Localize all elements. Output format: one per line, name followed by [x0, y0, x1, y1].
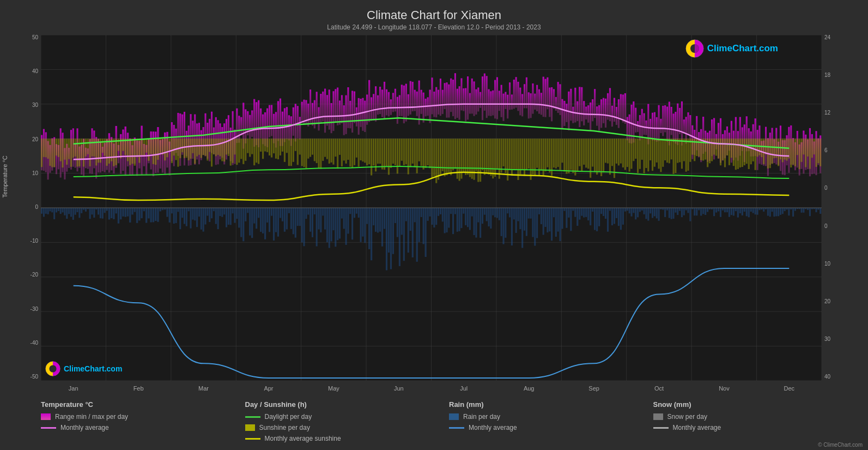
legend-title-rain: Rain (mm): [449, 400, 653, 409]
y-tick-right-0top: 0: [822, 185, 857, 191]
legend-line-snow-avg: [653, 427, 669, 429]
legend-line-rain-avg: [449, 427, 464, 429]
x-tick-oct: Oct: [627, 385, 691, 392]
y-tick-30: 30: [11, 103, 41, 108]
y-tick-20: 20: [11, 137, 41, 142]
legend-title-snow: Snow (mm): [653, 400, 858, 409]
legend-swatch-sunshine: [245, 424, 255, 431]
y-tick-right-12: 12: [822, 110, 857, 116]
page-title: Climate Chart for Xiamen: [11, 8, 857, 22]
logo-bottom-left: ClimeChart.com: [45, 361, 122, 376]
legend-section: Temperature °C Range min / max per day M…: [11, 396, 857, 445]
y-tick-right-20: 20: [822, 299, 857, 304]
y-tick-right-0bot: 0: [822, 224, 857, 229]
legend-item-snow-avg: Monthly average: [653, 424, 858, 431]
y-tick-50: 50: [11, 35, 41, 40]
legend-title-temp: Temperature °C: [41, 400, 245, 409]
legend-col-snow: Snow (mm) Snow per day Monthly average ©…: [653, 400, 858, 442]
logo-text-top: ClimeChart.com: [707, 43, 778, 54]
logo-text-bottom: ClimeChart.com: [64, 364, 122, 373]
y-tick-n30: -30: [11, 307, 41, 312]
legend-label-sunshine-swatch: Sunshine per day: [259, 424, 310, 431]
legend-item-rain-avg: Monthly average: [449, 424, 653, 431]
legend-label-temp-range: Range min / max per day: [55, 413, 128, 421]
chart-subtitle: Latitude 24.499 - Longitude 118.077 - El…: [11, 23, 857, 31]
y-tick-n10: -10: [11, 238, 41, 244]
y-axis-left: Temperature °C 50 40 30 20 10 0 -10 -20 …: [11, 35, 41, 396]
legend-line-daylight: [245, 416, 260, 418]
legend-col-sunshine: Day / Sunshine (h) Daylight per day Suns…: [245, 400, 450, 442]
x-tick-apr: Apr: [236, 385, 301, 392]
legend-item-sunshine-swatch: Sunshine per day: [245, 424, 450, 431]
legend-col-rain: Rain (mm) Rain per day Monthly average: [449, 400, 653, 442]
x-tick-dec: Dec: [757, 385, 822, 392]
y-tick-right-30: 30: [822, 337, 857, 342]
y-tick-n20: -20: [11, 272, 41, 278]
legend-col-temperature: Temperature °C Range min / max per day M…: [41, 400, 245, 442]
legend-line-temp-avg: [41, 427, 56, 429]
chart-canvas-wrapper: ClimeChart.com ClimeChart.com: [41, 35, 822, 381]
y-tick-40: 40: [11, 69, 41, 74]
legend-line-sunshine-avg: [245, 438, 260, 440]
legend-label-rain-swatch: Rain per day: [463, 413, 500, 421]
y-axis-right: 24 18 12 6 0 0 10 20 30 40 Day / Sunshin…: [822, 35, 857, 396]
x-tick-mar: Mar: [171, 385, 236, 392]
y-tick-right-40: 40: [822, 374, 857, 380]
y-tick-10: 10: [11, 171, 41, 176]
svg-point-3: [49, 365, 56, 372]
legend-label-snow-avg: Monthly average: [673, 424, 721, 431]
x-tick-may: May: [301, 385, 366, 392]
x-tick-jul: Jul: [432, 385, 496, 392]
y-tick-n40: -40: [11, 340, 41, 346]
legend-label-temp-avg: Monthly average: [60, 424, 109, 431]
legend-label-sunshine-avg: Monthly average sunshine: [265, 435, 341, 442]
y-tick-0: 0: [11, 205, 41, 210]
x-tick-jan: Jan: [41, 385, 106, 392]
climate-canvas: [41, 35, 822, 381]
legend-item-temp-avg: Monthly average: [41, 424, 245, 431]
legend-swatch-temp-range: [41, 413, 51, 420]
y-tick-right-18: 18: [822, 73, 857, 78]
legend-title-sunshine: Day / Sunshine (h): [245, 400, 450, 409]
legend-item-sunshine-avg: Monthly average sunshine: [245, 435, 450, 442]
logo-top-right: ClimeChart.com: [685, 39, 778, 58]
y-tick-right-6: 6: [822, 148, 857, 153]
copyright: © ClimeChart.com: [818, 442, 863, 448]
x-tick-sep: Sep: [561, 385, 626, 392]
x-tick-aug: Aug: [496, 385, 561, 392]
x-axis: Jan Feb Mar Apr May Jun Jul Aug Sep Oct …: [41, 381, 822, 396]
chart-main: ClimeChart.com ClimeChart.com Jan Feb Ma…: [41, 35, 822, 396]
x-tick-nov: Nov: [691, 385, 756, 392]
legend-label-rain-avg: Monthly average: [469, 424, 517, 431]
y-tick-right-10: 10: [822, 261, 857, 267]
x-tick-feb: Feb: [106, 385, 171, 392]
legend-item-temp-range: Range min / max per day: [41, 413, 245, 421]
legend-item-rain-swatch: Rain per day: [449, 413, 653, 421]
legend-label-daylight: Daylight per day: [265, 413, 312, 421]
legend-item-daylight: Daylight per day: [245, 413, 450, 421]
legend-item-snow-swatch: Snow per day: [653, 413, 858, 421]
y-tick-n50: -50: [11, 374, 41, 380]
y-tick-right-24: 24: [822, 35, 857, 40]
legend-swatch-rain: [449, 413, 459, 420]
legend-swatch-snow: [653, 413, 663, 420]
legend-label-snow-swatch: Snow per day: [667, 413, 707, 421]
x-tick-jun: Jun: [366, 385, 431, 392]
y-axis-left-label: Temperature °C: [2, 155, 8, 197]
